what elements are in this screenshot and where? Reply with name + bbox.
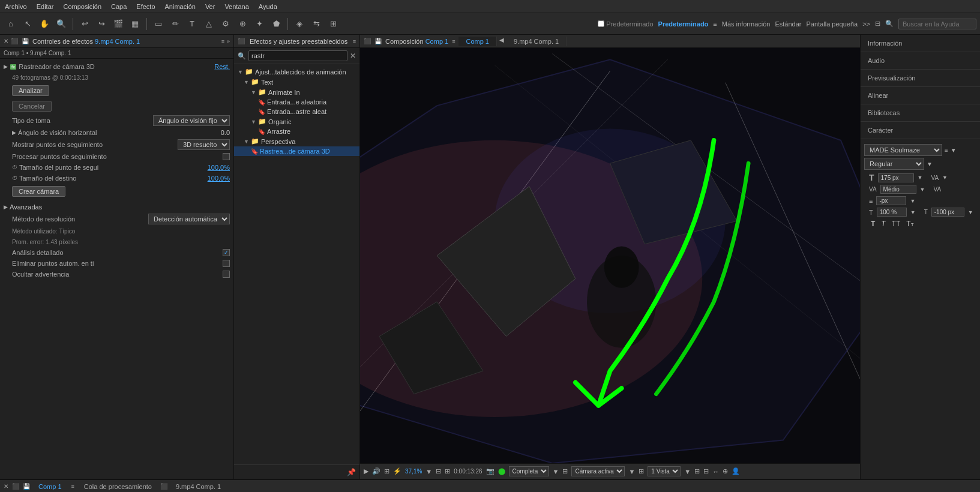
mas-informacion[interactable]: Más información bbox=[722, 20, 771, 28]
panel-menu-icon[interactable]: ≡ bbox=[221, 38, 224, 44]
angulo-fijo-select[interactable]: Ángulo de visión fijo bbox=[153, 115, 230, 126]
menu-editar[interactable]: Editar bbox=[37, 3, 54, 10]
comp-tab-1[interactable]: Comp 1 bbox=[458, 37, 497, 46]
search-clear-icon[interactable]: ✕ bbox=[350, 52, 356, 60]
roto-tool[interactable]: ⊕ bbox=[235, 17, 250, 31]
size2-expand[interactable]: ▼ bbox=[910, 209, 916, 215]
font-family-select[interactable]: MADE Soulmaze bbox=[864, 144, 942, 156]
views-options[interactable]: ⊞ bbox=[639, 467, 644, 475]
align-item[interactable]: Alinear bbox=[861, 89, 980, 101]
panel-expand-icon[interactable]: » bbox=[227, 38, 230, 44]
offset-input[interactable] bbox=[931, 208, 964, 217]
comp-tab-2[interactable]: 9.mp4 Comp. 1 bbox=[507, 37, 567, 46]
menu-capa[interactable]: Capa bbox=[111, 3, 127, 10]
menu-archivo[interactable]: Archivo bbox=[5, 3, 27, 10]
tracking-input[interactable] bbox=[880, 185, 916, 194]
analizar-button[interactable]: Analizar bbox=[12, 85, 49, 96]
preview-icon[interactable]: ⊞ bbox=[384, 467, 389, 475]
help-search-input[interactable] bbox=[898, 19, 976, 29]
shape-tool[interactable]: △ bbox=[202, 17, 216, 31]
indent-expand[interactable]: ▼ bbox=[910, 198, 915, 204]
tamano-seg-value[interactable]: 100,0% bbox=[208, 164, 230, 171]
type-tool[interactable]: T bbox=[185, 17, 199, 31]
hand-tool[interactable]: ✋ bbox=[37, 17, 52, 31]
tamano-dest-value[interactable]: 100,0% bbox=[208, 175, 230, 182]
audio-item[interactable]: Audio bbox=[861, 55, 980, 67]
close-effects-btn[interactable]: ✕ bbox=[4, 38, 8, 44]
italic-btn[interactable]: T bbox=[879, 219, 887, 229]
style-expand[interactable]: ▼ bbox=[927, 161, 933, 167]
workspace-predeterminado[interactable]: Predeterminado bbox=[658, 20, 709, 28]
character-item[interactable]: Carácter bbox=[861, 124, 980, 136]
fast-preview-icon[interactable]: ⚡ bbox=[393, 467, 401, 475]
ocultar-checkbox[interactable] bbox=[223, 271, 230, 278]
size-dropdown[interactable]: ▼ bbox=[918, 175, 923, 181]
cancelar-button[interactable]: Cancelar bbox=[12, 101, 52, 112]
workspace-small[interactable]: Pantalla pequeña bbox=[807, 20, 858, 28]
paint-tool[interactable]: ⬟ bbox=[269, 17, 283, 31]
menu-ayuda[interactable]: Ayuda bbox=[259, 3, 277, 10]
grid-icon[interactable]: ▦ bbox=[128, 17, 142, 31]
rest-link[interactable]: Rest. bbox=[214, 63, 230, 70]
timeline-tab-comp1[interactable]: Comp 1 bbox=[34, 482, 67, 491]
procesar-checkbox[interactable] bbox=[223, 153, 230, 160]
pin-icon[interactable]: 📌 bbox=[347, 468, 356, 476]
tree-item-1[interactable]: ▼ 📁 Text bbox=[234, 77, 359, 87]
puppet-tool[interactable]: ⚙ bbox=[218, 17, 233, 31]
mostrar-select[interactable]: 3D resuelto bbox=[178, 139, 230, 150]
font-expand[interactable]: ▼ bbox=[951, 147, 957, 154]
home-icon[interactable]: ⌂ bbox=[4, 17, 18, 31]
resolution-icon[interactable]: ⊟ bbox=[436, 467, 441, 475]
snap-icon[interactable]: ◈ bbox=[292, 17, 307, 31]
tree-item-3[interactable]: 🔖 Entrada...e aleatoria bbox=[234, 97, 359, 107]
camera-icon[interactable]: 🎬 bbox=[111, 17, 125, 31]
quality-menu[interactable]: ▼ bbox=[553, 468, 559, 475]
zoom-dropdown[interactable]: ▼ bbox=[425, 468, 432, 475]
libraries-item[interactable]: Bibliotecas bbox=[861, 107, 980, 119]
metodo-select[interactable]: Detección automática bbox=[148, 214, 230, 224]
quality-select[interactable]: Completa bbox=[509, 466, 549, 476]
comp-options-3[interactable]: ↔ bbox=[712, 468, 719, 475]
bold-btn[interactable]: T bbox=[869, 219, 877, 229]
font-size-input[interactable] bbox=[878, 173, 914, 182]
kern-expand[interactable]: ▼ bbox=[942, 175, 948, 181]
info-item[interactable]: Información bbox=[861, 37, 980, 49]
workspace-estandar[interactable]: Estándar bbox=[775, 20, 801, 28]
timeline-tab-cola[interactable]: Cola de procesamiento bbox=[79, 482, 157, 491]
eliminar-checkbox[interactable] bbox=[223, 260, 230, 267]
tracking-expand[interactable]: ▼ bbox=[920, 187, 925, 193]
comp-options-5[interactable]: 👤 bbox=[732, 467, 740, 475]
size2-input[interactable] bbox=[877, 208, 907, 217]
play-icon[interactable]: ▶ bbox=[364, 467, 368, 475]
comp-options-4[interactable]: ⊕ bbox=[723, 467, 728, 475]
preview-item[interactable]: Previsualización bbox=[861, 72, 980, 84]
ajuste-checkbox[interactable]: Predeterminado bbox=[598, 20, 653, 28]
comp-options-1[interactable]: ⊞ bbox=[694, 467, 700, 475]
tree-item-4[interactable]: 🔖 Entrada...astre aleat bbox=[234, 107, 359, 116]
camera-select[interactable]: Cámara activa bbox=[571, 466, 625, 476]
analisis-checkbox[interactable]: ✓ bbox=[223, 249, 230, 256]
menu-efecto[interactable]: Efecto bbox=[136, 3, 155, 10]
pen-tool[interactable]: ✏ bbox=[168, 17, 182, 31]
more-workspaces[interactable]: >> bbox=[862, 20, 870, 28]
tree-item-7[interactable]: ▼ 📁 Perspectiva bbox=[234, 136, 359, 146]
font-style-select[interactable]: Regular bbox=[864, 158, 924, 170]
viewer-options[interactable]: ⊞ bbox=[562, 467, 568, 475]
tree-item-5[interactable]: ▼ 📁 Organic bbox=[234, 116, 359, 127]
menu-ver[interactable]: Ver bbox=[205, 3, 215, 10]
comp-options-2[interactable]: ⊟ bbox=[703, 467, 709, 475]
select-tool[interactable]: ↖ bbox=[20, 17, 35, 31]
audio-icon[interactable]: 🔊 bbox=[372, 467, 380, 475]
presets-search-input[interactable] bbox=[248, 50, 347, 61]
tree-item-0[interactable]: ▼ 📁 Ajust...tablecidos de animación bbox=[234, 67, 359, 77]
menu-ventana[interactable]: Ventana bbox=[224, 3, 248, 10]
clone-tool[interactable]: ✦ bbox=[252, 17, 266, 31]
allcaps-btn[interactable]: TT bbox=[890, 219, 903, 229]
lock-ratio-icon[interactable]: ⇆ bbox=[309, 17, 323, 31]
menu-animacion[interactable]: Animación bbox=[165, 3, 196, 10]
crear-camara-button[interactable]: Crear cámara bbox=[12, 186, 65, 197]
redo-icon[interactable]: ↪ bbox=[94, 17, 109, 31]
indent-input[interactable] bbox=[876, 196, 906, 205]
timeline-tab-9mp4[interactable]: 9.mp4 Comp. 1 bbox=[171, 482, 226, 491]
zoom-tool[interactable]: 🔍 bbox=[54, 17, 68, 31]
